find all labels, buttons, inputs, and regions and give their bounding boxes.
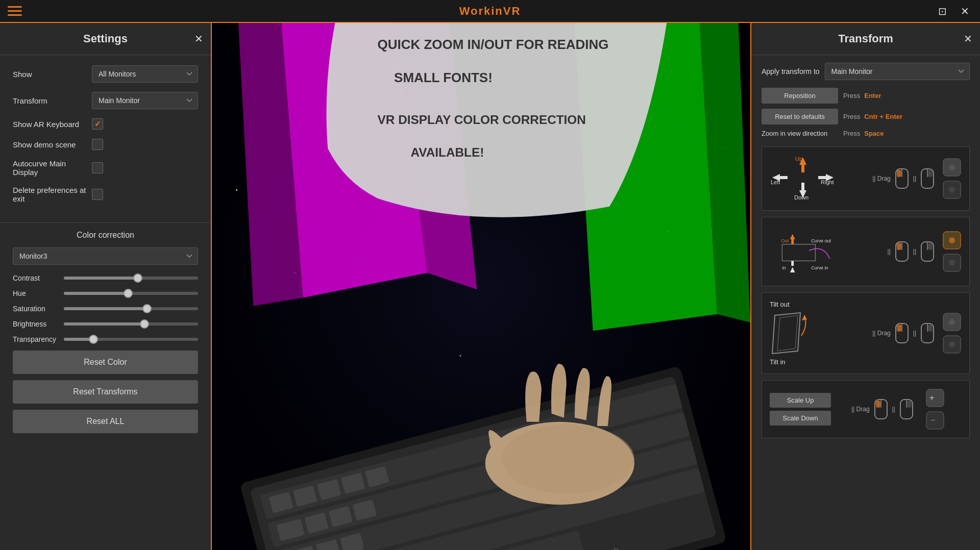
autocurve-checkbox[interactable] bbox=[92, 162, 103, 173]
transform-label: Transform bbox=[13, 96, 92, 105]
zoom-row: Zoom in view direction Press Space bbox=[762, 130, 970, 137]
svg-rect-85 bbox=[897, 243, 901, 250]
drag-label: || Drag bbox=[872, 175, 891, 182]
scale-mouse-icon bbox=[874, 398, 888, 420]
svg-point-90 bbox=[949, 237, 955, 243]
svg-marker-80 bbox=[790, 267, 795, 273]
curve-mouse2-icon bbox=[920, 241, 935, 262]
reset-transforms-button[interactable]: Reset Transforms bbox=[13, 380, 198, 404]
transform-panel: Transform ✕ Apply transform to Main Moni… bbox=[750, 23, 980, 550]
minimize-button[interactable]: ⊡ bbox=[935, 4, 950, 18]
delete-prefs-checkbox[interactable] bbox=[92, 189, 103, 200]
title-prefix: Workin bbox=[459, 5, 503, 17]
vr-scene-svg: USER FRIENDLY INTERFACE! QUICK ZOOM IN/O… bbox=[212, 23, 750, 550]
show-ar-keyboard-checkbox[interactable] bbox=[92, 118, 103, 130]
direction-diagram-section: Up Down Left Right || Drag || bbox=[762, 146, 970, 211]
tilt-controller-icons bbox=[942, 312, 962, 354]
reposition-key: Enter bbox=[864, 92, 881, 99]
mouse-left-icon bbox=[895, 168, 909, 189]
right-label: Right bbox=[821, 179, 834, 185]
up-label: Up bbox=[795, 156, 802, 162]
tilt-controller-top bbox=[942, 312, 962, 332]
svg-point-92 bbox=[949, 260, 955, 266]
delete-prefs-label: Delete preferences at exit bbox=[13, 186, 92, 203]
left-label: Left bbox=[771, 179, 780, 185]
reset-defaults-button[interactable]: Reset to defaults bbox=[762, 109, 838, 124]
reset-all-button[interactable]: Reset ALL bbox=[13, 410, 198, 433]
transform-header: Transform ✕ bbox=[751, 23, 980, 55]
tilt-diagram-section: Tilt out Tilt in || Drag bbox=[762, 292, 970, 374]
tilt-drag-section: || Drag || bbox=[872, 322, 935, 344]
svg-point-73 bbox=[949, 187, 955, 193]
show-label: Show bbox=[13, 70, 92, 79]
scale-up-button[interactable]: Scale Up bbox=[770, 393, 831, 408]
hue-track[interactable] bbox=[64, 292, 198, 295]
controller-top-icon bbox=[942, 158, 962, 177]
svg-point-9 bbox=[236, 189, 237, 191]
zoom-key: Space bbox=[864, 130, 884, 137]
svg-rect-74 bbox=[782, 244, 815, 261]
controller-icons bbox=[942, 158, 962, 199]
title-vr: VR bbox=[503, 5, 521, 17]
svg-rect-59 bbox=[801, 183, 804, 190]
settings-title: Settings bbox=[83, 32, 128, 45]
svg-point-71 bbox=[949, 164, 955, 170]
transparency-slider-row: Transparency bbox=[13, 335, 198, 343]
direction-diagram: Up Down Left Right bbox=[770, 155, 865, 203]
hamburger-icon[interactable] bbox=[8, 4, 22, 18]
transparency-track[interactable] bbox=[64, 338, 198, 341]
apply-transform-row: Apply transform to Main Monitor Monitor … bbox=[762, 63, 970, 80]
contrast-label: Contrast bbox=[13, 274, 64, 282]
curve-controller-bottom bbox=[942, 253, 962, 272]
tilt-labels: Tilt out Tilt in bbox=[770, 301, 865, 366]
hue-slider-row: Hue bbox=[13, 289, 198, 297]
transform-content: Apply transform to Main Monitor Monitor … bbox=[751, 55, 980, 452]
scale-controller-bottom: − bbox=[925, 411, 945, 430]
svg-rect-61 bbox=[780, 176, 788, 179]
transparency-label: Transparency bbox=[13, 335, 64, 343]
apply-transform-dropdown[interactable]: Main Monitor Monitor 2 Monitor 3 bbox=[825, 63, 970, 80]
show-demo-scene-checkbox[interactable] bbox=[92, 139, 103, 150]
autocurve-label: Autocurve Main Display bbox=[13, 159, 92, 177]
reset-color-button[interactable]: Reset Color bbox=[13, 351, 198, 374]
titlebar-left bbox=[8, 4, 22, 18]
tilt-mouse2-icon bbox=[920, 322, 935, 344]
reset-defaults-row: Reset to defaults Press Cntr + Enter bbox=[762, 109, 970, 124]
svg-text:−: − bbox=[930, 416, 935, 424]
settings-close-button[interactable]: ✕ bbox=[194, 33, 203, 45]
show-ar-keyboard-row: Show AR Keyboard bbox=[13, 118, 198, 130]
svg-rect-111 bbox=[907, 401, 912, 408]
contrast-track[interactable] bbox=[64, 277, 198, 280]
svg-point-53 bbox=[502, 424, 634, 494]
close-button[interactable]: ✕ bbox=[958, 4, 972, 18]
titlebar: WorkinVR ⊡ ✕ bbox=[0, 0, 980, 23]
curve-controller-top bbox=[942, 231, 962, 250]
vr-scene: USER FRIENDLY INTERFACE! QUICK ZOOM IN/O… bbox=[212, 23, 750, 550]
brightness-track[interactable] bbox=[64, 322, 198, 326]
mouse-right-icon bbox=[920, 168, 935, 189]
color-monitor-dropdown[interactable]: Monitor1 Monitor2 Monitor3 bbox=[13, 247, 198, 265]
transform-dropdown[interactable]: Main Monitor Monitor 2 Monitor 3 bbox=[92, 92, 198, 109]
reposition-button[interactable]: Reposition bbox=[762, 88, 838, 104]
transform-close-button[interactable]: ✕ bbox=[964, 33, 972, 45]
tilt-svg bbox=[770, 310, 811, 356]
show-ar-keyboard-label: Show AR Keyboard bbox=[13, 120, 92, 129]
show-dropdown[interactable]: All Monitors Main Monitor Monitor 2 Moni… bbox=[92, 65, 198, 83]
settings-panel: Settings ✕ Show All Monitors Main Monito… bbox=[0, 23, 212, 550]
svg-text:AVAILABLE!: AVAILABLE! bbox=[411, 145, 484, 159]
svg-marker-95 bbox=[802, 315, 807, 320]
saturation-track[interactable] bbox=[64, 307, 198, 310]
svg-point-13 bbox=[459, 355, 461, 356]
scale-down-button[interactable]: Scale Down bbox=[770, 411, 831, 426]
scale-controller-top: + bbox=[925, 388, 945, 408]
zoom-label: Zoom in view direction bbox=[762, 130, 838, 137]
svg-text:+: + bbox=[929, 393, 934, 402]
svg-marker-76 bbox=[790, 234, 795, 240]
tilt-separator: || bbox=[913, 330, 916, 337]
tilt-out-label: Tilt out bbox=[770, 301, 865, 308]
svg-rect-66 bbox=[897, 170, 901, 177]
curve-diagram: Out In Curve out Curv bbox=[770, 225, 880, 278]
show-row: Show All Monitors Main Monitor Monitor 2… bbox=[13, 65, 198, 83]
show-demo-scene-row: Show demo scene bbox=[13, 139, 198, 150]
tilt-in-label: Tilt in bbox=[770, 358, 865, 366]
